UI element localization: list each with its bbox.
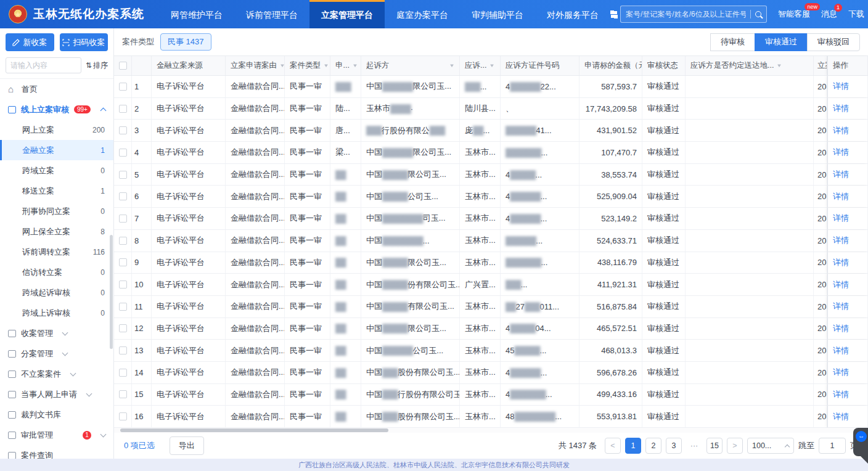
detail-link[interactable]: 详情 xyxy=(833,125,849,136)
page-number-button[interactable]: 2 xyxy=(645,438,661,454)
cell-amount: 468,013.3 xyxy=(579,340,642,361)
remote-support-widget[interactable]: ⇔ xyxy=(853,428,868,456)
page-number-button[interactable]: ··· xyxy=(686,438,702,454)
sidebar-item-online-filing-review[interactable]: 线上立案审核 99+ xyxy=(0,99,113,120)
filter-icon[interactable]: ▼ xyxy=(777,63,783,68)
sidebar-sub-item[interactable]: 金融立案 1 xyxy=(0,140,113,160)
status-filter-button[interactable]: 审核通过 xyxy=(755,33,808,51)
row-checkbox[interactable] xyxy=(119,390,127,398)
search-icon[interactable] xyxy=(755,11,761,17)
detail-link[interactable]: 详情 xyxy=(833,81,849,92)
detail-link[interactable]: 详情 xyxy=(833,301,849,312)
jump-page-input[interactable] xyxy=(819,438,846,454)
page-number-button[interactable]: 3 xyxy=(666,438,682,454)
row-checkbox[interactable] xyxy=(119,369,127,377)
filter-icon[interactable]: ▼ xyxy=(323,63,329,68)
platform-nav-item[interactable]: 立案管理平台 xyxy=(309,0,385,28)
sidebar-group-item[interactable]: 不立案案件 xyxy=(0,364,113,384)
row-checkbox[interactable] xyxy=(119,149,127,157)
filter-icon[interactable]: ▼ xyxy=(489,63,496,68)
detail-link[interactable]: 详情 xyxy=(833,411,849,422)
sidebar-item-home[interactable]: ⌂ 首页 xyxy=(0,79,113,99)
row-checkbox[interactable] xyxy=(119,237,127,245)
status-filter-button[interactable]: 待审核 xyxy=(710,33,755,51)
cell-cause: 金融借款合同... xyxy=(226,406,285,427)
folder-icon xyxy=(8,330,16,337)
folder-icon xyxy=(8,452,16,459)
sidebar-sub-item[interactable]: 跨域立案 0 xyxy=(0,160,113,181)
filter-icon[interactable]: ▼ xyxy=(449,63,455,68)
sidebar-group-item[interactable]: 收案管理 xyxy=(0,323,113,343)
page-number-button[interactable]: 1 xyxy=(625,438,641,454)
sidebar-sub-item[interactable]: 网上保全立案 8 xyxy=(0,221,113,242)
sidebar-sub-item[interactable]: 跨域起诉审核 0 xyxy=(0,282,113,303)
detail-link[interactable]: 详情 xyxy=(833,169,849,180)
detail-link[interactable]: 详情 xyxy=(833,279,849,290)
menu-filter-input[interactable] xyxy=(6,57,81,73)
platform-nav-item[interactable]: 对外服务平台 xyxy=(535,0,610,28)
export-button[interactable]: 导出 xyxy=(170,436,204,455)
row-checkbox[interactable] xyxy=(119,258,127,266)
row-checkbox[interactable] xyxy=(119,105,127,113)
cell-case-type: 民事一审 xyxy=(285,230,330,252)
global-search-input[interactable] xyxy=(626,10,746,18)
sidebar-group-item[interactable]: 当事人网上申请 xyxy=(0,384,113,404)
sidebar-group-item[interactable]: 分案管理 xyxy=(0,343,113,364)
detail-link[interactable]: 详情 xyxy=(833,323,849,334)
detail-link[interactable]: 详情 xyxy=(833,147,849,158)
messages-link[interactable]: 消息 1 xyxy=(821,9,837,20)
sort-button[interactable]: ⇅排序 xyxy=(86,60,108,71)
detail-link[interactable]: 详情 xyxy=(833,367,849,378)
detail-link[interactable]: 详情 xyxy=(833,257,849,268)
platform-nav-item[interactable]: 诉前管理平台 xyxy=(234,0,309,28)
detail-link[interactable]: 详情 xyxy=(833,213,849,224)
sidebar-sub-item[interactable]: 信访转立案 0 xyxy=(0,262,113,282)
select-all-checkbox[interactable] xyxy=(119,62,127,70)
sidebar-group-item[interactable]: 审批管理 1 xyxy=(0,425,113,445)
sidebar-scrollbar[interactable] xyxy=(110,235,113,349)
cell-index: 2 xyxy=(132,98,152,120)
row-checkbox[interactable] xyxy=(119,303,127,311)
download-link[interactable]: 下载 xyxy=(848,9,864,20)
sidebar-sub-item[interactable]: 诉前调转立案 116 xyxy=(0,242,113,262)
detail-link[interactable]: 详情 xyxy=(833,103,849,114)
next-page-button[interactable]: > xyxy=(727,438,743,454)
row-checkbox[interactable] xyxy=(119,126,127,134)
new-case-button[interactable]: 新收案 xyxy=(6,33,54,51)
filter-icon[interactable]: ▼ xyxy=(279,63,285,68)
row-checkbox[interactable] xyxy=(119,346,127,354)
row-checkbox[interactable] xyxy=(119,192,127,200)
prev-page-button[interactable]: < xyxy=(605,438,621,454)
detail-link[interactable]: 详情 xyxy=(833,389,849,400)
page-size-select[interactable]: 100... xyxy=(747,438,794,454)
sidebar-sub-item[interactable]: 移送立案 1 xyxy=(0,181,113,201)
detail-link[interactable]: 详情 xyxy=(833,235,849,246)
cell-source: 电子诉讼平台 xyxy=(152,98,226,120)
case-type-tab-civil[interactable]: 民事 1437 xyxy=(160,33,211,51)
detail-link[interactable]: 详情 xyxy=(833,191,849,202)
sidebar-group-item[interactable]: 案件查询 xyxy=(0,445,113,459)
status-filter-button[interactable]: 审核驳回 xyxy=(807,33,860,51)
row-checkbox[interactable] xyxy=(119,324,127,332)
sidebar-sub-item[interactable]: 跨域上诉审核 0 xyxy=(0,303,113,323)
row-checkbox[interactable] xyxy=(119,412,127,420)
cell-delivery-agreement xyxy=(686,318,814,340)
row-checkbox[interactable] xyxy=(119,215,127,223)
smart-service-link[interactable]: 智能客服 new xyxy=(778,9,810,20)
global-search-box[interactable] xyxy=(620,6,767,23)
page-number-button[interactable]: 15 xyxy=(706,438,723,454)
row-checkbox[interactable] xyxy=(119,171,127,179)
row-checkbox[interactable] xyxy=(119,281,127,289)
item-count: 200 xyxy=(92,126,105,134)
sidebar-sub-item[interactable]: 刑事协同立案 0 xyxy=(0,201,113,221)
sidebar-group-item[interactable]: 裁判文书库 xyxy=(0,404,113,425)
platform-nav-item[interactable]: 网管维护平台 xyxy=(159,0,234,28)
sidebar-sub-item[interactable]: 网上立案 200 xyxy=(0,120,113,140)
platform-nav-item[interactable]: 审判辅助平台 xyxy=(460,0,535,28)
detail-link[interactable]: 详情 xyxy=(833,345,849,356)
platform-nav-item[interactable]: 庭室办案平台 xyxy=(385,0,460,28)
filter-icon[interactable]: ▼ xyxy=(352,63,358,68)
scan-case-button[interactable]: 扫码收案 xyxy=(60,33,108,51)
row-checkbox[interactable] xyxy=(119,83,127,91)
horizontal-scrollbar-thumb[interactable] xyxy=(120,428,388,432)
